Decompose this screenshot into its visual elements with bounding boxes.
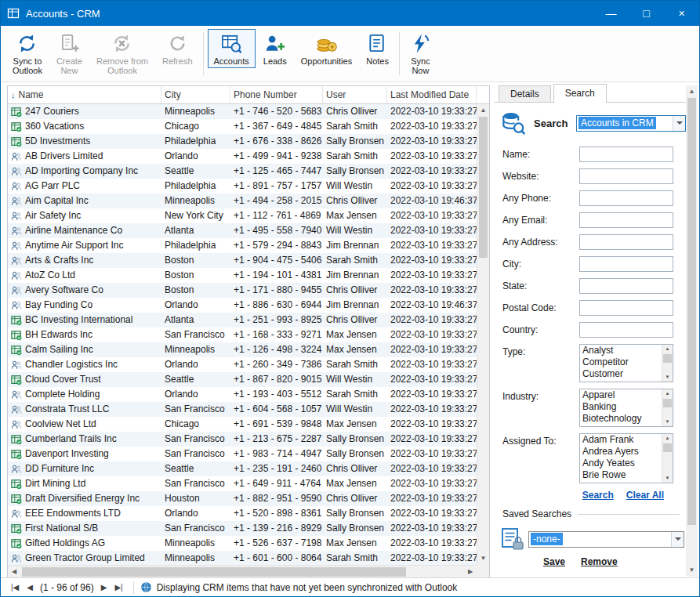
table-row[interactable]: BC Investing InternationalAtlanta+1 - 25… bbox=[8, 313, 477, 327]
table-vertical-scrollbar[interactable] bbox=[477, 104, 489, 565]
website-field[interactable] bbox=[579, 168, 673, 184]
table-row[interactable]: 360 VacationsChicago+1 - 367 - 649 - 484… bbox=[8, 119, 477, 134]
table-row[interactable]: EEE Endowments LTDOrlando+1 - 520 - 898 … bbox=[8, 506, 477, 521]
scroll-down-arrow-icon[interactable] bbox=[477, 552, 489, 565]
vertical-scroll-thumb[interactable] bbox=[663, 399, 672, 407]
table-row[interactable]: Constrata Trust LLCSan Francisco+1 - 604… bbox=[8, 402, 477, 417]
type-listbox[interactable]: AnalystCompetitorCustomer bbox=[579, 344, 673, 382]
scroll-left-arrow-icon[interactable] bbox=[8, 566, 20, 578]
sync-now-button[interactable]: SyncNow bbox=[404, 29, 437, 78]
panel-vertical-scrollbar[interactable] bbox=[686, 85, 698, 577]
country-field[interactable] bbox=[579, 322, 673, 338]
listbox-scrollbar[interactable] bbox=[662, 389, 673, 426]
listbox-option[interactable]: Andrea Ayers bbox=[580, 446, 662, 458]
table-row[interactable]: Avery Software CoBoston+1 - 171 - 880 - … bbox=[8, 283, 477, 298]
city-field[interactable] bbox=[579, 256, 673, 272]
vertical-scroll-thumb[interactable] bbox=[687, 98, 696, 525]
listbox-option[interactable]: Andy Yeates bbox=[580, 458, 662, 469]
column-header-modified[interactable]: Last Modified Date bbox=[387, 86, 477, 103]
table-horizontal-scrollbar[interactable] bbox=[8, 565, 477, 578]
listbox-option[interactable]: Brie Rowe bbox=[580, 469, 662, 481]
search-link[interactable]: Search bbox=[582, 490, 614, 501]
tab-details[interactable]: Details bbox=[499, 85, 551, 102]
table-row[interactable]: AtoZ Co LtdBoston+1 - 194 - 101 - 4381Ji… bbox=[8, 268, 477, 283]
state-field[interactable] bbox=[579, 278, 673, 294]
table-row[interactable]: Air Safety IncNew York City+1 - 112 - 76… bbox=[8, 208, 477, 223]
first-page-button[interactable]: |◀ bbox=[7, 583, 23, 592]
listbox-scrollbar[interactable] bbox=[662, 434, 673, 483]
any-email-field[interactable] bbox=[579, 212, 673, 228]
column-header-phone[interactable]: Phone Number bbox=[230, 86, 323, 103]
table-row[interactable]: Draft Diversified Energy IncHouston+1 - … bbox=[8, 491, 477, 506]
table-row[interactable]: BH Edwards IncSan Francisco+1 - 168 - 33… bbox=[8, 327, 477, 342]
table-row[interactable]: Anytime Air Support IncPhiladelphia+1 - … bbox=[8, 238, 477, 253]
vertical-scroll-thumb[interactable] bbox=[479, 117, 488, 258]
tab-search[interactable]: Search bbox=[553, 84, 607, 103]
sync-to-outlook-button[interactable]: Sync toOutlook bbox=[6, 29, 49, 78]
save-link[interactable]: Save bbox=[543, 556, 565, 567]
remove-link[interactable]: Remove bbox=[581, 556, 618, 567]
table-row[interactable]: AB Drivers LimitedOrlando+1 - 499 - 941 … bbox=[8, 149, 477, 164]
table-row[interactable]: Green Tractor Group LimitedMinneapolis+1… bbox=[8, 551, 477, 566]
scroll-down-arrow-icon[interactable] bbox=[662, 474, 673, 483]
postal-code-field[interactable] bbox=[579, 300, 673, 316]
listbox-option[interactable]: Banking bbox=[580, 401, 662, 413]
scroll-right-arrow-icon[interactable] bbox=[464, 566, 477, 578]
table-row[interactable]: 247 CouriersMinneapolis+1 - 746 - 520 - … bbox=[8, 104, 477, 119]
name-field[interactable] bbox=[579, 147, 673, 162]
maximize-button[interactable]: □ bbox=[629, 1, 664, 26]
listbox-option[interactable]: Adam Frank bbox=[580, 434, 662, 446]
opportunities-button[interactable]: Opportunities bbox=[295, 29, 358, 68]
table-row[interactable]: Bay Funding CoOrlando+1 - 886 - 630 - 69… bbox=[8, 298, 477, 313]
table-row[interactable]: Dirt Mining LtdSan Francisco+1 - 649 - 9… bbox=[8, 476, 477, 491]
table-row[interactable]: Cloud Cover TrustSeattle+1 - 867 - 820 -… bbox=[8, 372, 477, 387]
table-row[interactable]: AD Importing Company IncSeattle+1 - 125 … bbox=[8, 164, 477, 179]
listbox-option[interactable]: Biotechnology bbox=[580, 413, 662, 425]
table-row[interactable]: AG Parr PLCPhiladelphia+1 - 891 - 757 - … bbox=[8, 179, 477, 194]
scroll-down-arrow-icon[interactable] bbox=[662, 418, 673, 426]
scroll-up-arrow-icon[interactable] bbox=[662, 389, 673, 398]
clear-all-link[interactable]: Clear All bbox=[626, 490, 664, 501]
saved-search-dropdown[interactable]: -none- bbox=[528, 531, 684, 548]
vertical-scroll-thumb[interactable] bbox=[663, 443, 672, 452]
horizontal-scroll-thumb[interactable] bbox=[22, 567, 406, 577]
scroll-down-arrow-icon[interactable] bbox=[662, 373, 673, 382]
any-phone-field[interactable] bbox=[579, 190, 673, 206]
table-row[interactable]: DD Furniture IncSeattle+1 - 235 - 191 - … bbox=[8, 461, 477, 476]
scroll-up-arrow-icon[interactable] bbox=[686, 85, 698, 98]
column-header-name[interactable]: Name bbox=[8, 86, 161, 103]
table-row[interactable]: Airline Maintenance CoAtlanta+1 - 495 - … bbox=[8, 223, 477, 238]
listbox-scrollbar[interactable] bbox=[662, 345, 673, 382]
vertical-scroll-thumb[interactable] bbox=[663, 354, 672, 363]
industry-listbox[interactable]: ApparelBankingBiotechnology bbox=[579, 389, 673, 427]
column-header-city[interactable]: City bbox=[161, 86, 230, 103]
table-row[interactable]: Gifted Holdings AGMinneapolis+1 - 526 - … bbox=[8, 536, 477, 551]
minimize-button[interactable]: — bbox=[593, 1, 629, 26]
table-row[interactable]: Complete HoldingOrlando+1 - 193 - 403 - … bbox=[8, 387, 477, 402]
scroll-up-arrow-icon[interactable] bbox=[662, 434, 673, 443]
notes-button[interactable]: Notes bbox=[360, 29, 395, 68]
table-row[interactable]: Chandler Logistics IncOrlando+1 - 260 - … bbox=[8, 357, 477, 372]
assigned-to-listbox[interactable]: Adam FrankAndrea AyersAndy YeatesBrie Ro… bbox=[579, 433, 673, 483]
chevron-down-icon[interactable] bbox=[671, 532, 684, 547]
next-page-button[interactable]: ▶ bbox=[97, 583, 111, 592]
table-row[interactable]: Calm Sailing IncMinneapolis+1 - 126 - 49… bbox=[8, 342, 477, 357]
table-row[interactable]: Davenport InvestingSan Francisco+1 - 983… bbox=[8, 447, 477, 461]
scroll-up-arrow-icon[interactable] bbox=[662, 345, 673, 353]
leads-button[interactable]: Leads bbox=[257, 29, 293, 68]
table-row[interactable]: Coolview Net LtdChicago+1 - 691 - 539 - … bbox=[8, 417, 477, 432]
search-scope-dropdown[interactable]: Accounts in CRM bbox=[576, 115, 686, 132]
any-address-field[interactable] bbox=[579, 234, 673, 250]
chevron-down-icon[interactable] bbox=[673, 116, 685, 131]
previous-page-button[interactable]: ◀ bbox=[23, 583, 37, 592]
accounts-button[interactable]: Accounts bbox=[208, 29, 256, 68]
scroll-down-arrow-icon[interactable] bbox=[686, 564, 698, 577]
table-row[interactable]: First National S/BSan Francisco+1 - 139 … bbox=[8, 521, 477, 536]
close-button[interactable]: × bbox=[664, 1, 699, 26]
listbox-option[interactable]: Analyst bbox=[580, 345, 662, 356]
table-row[interactable]: Arts & Crafts IncBoston+1 - 904 - 475 - … bbox=[8, 253, 477, 268]
table-row[interactable]: 5D InvestmentsPhiladelphia+1 - 676 - 338… bbox=[8, 134, 477, 149]
listbox-option[interactable]: Customer bbox=[580, 368, 662, 380]
table-row[interactable]: Aim Capital IncMinneapolis+1 - 494 - 258… bbox=[8, 194, 477, 208]
column-header-user[interactable]: User bbox=[323, 86, 387, 103]
